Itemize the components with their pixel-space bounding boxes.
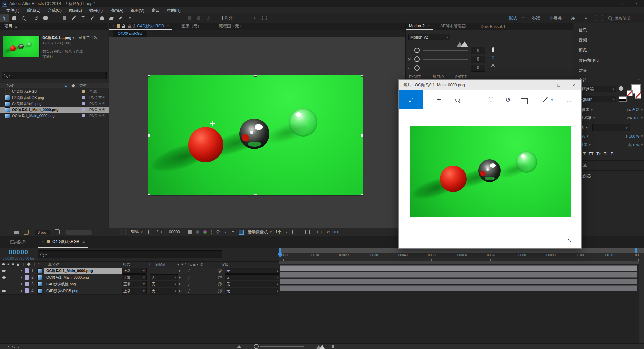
motion-preset-select[interactable]: Motion v2∨ [408,34,450,40]
all-caps-button[interactable]: TT [589,152,594,156]
camera-select[interactable]: 活动摄像机∨ [248,229,272,235]
layer-mode-select[interactable]: 正常∨ [122,288,147,294]
photos-close-button[interactable]: × [566,80,581,90]
layer-rasterize-switch[interactable]: / [188,288,190,294]
hand-tool[interactable] [10,14,18,22]
toggle-modes-icon[interactable] [8,345,13,348]
project-row[interactable]: C4D默认sRGB.png PNG 文件 [0,94,109,101]
parent-pickwhip-icon[interactable]: @ [218,268,222,273]
layer-trkmat-select[interactable]: 无∨ [150,274,178,280]
workspace-menu-icon[interactable]: ≡ [522,16,524,21]
project-row[interactable]: C4D默认sRGB 合成 [0,88,109,94]
photos-zoom-button[interactable] [449,90,466,109]
photos-maximize-button[interactable]: □ [551,80,566,90]
layer-name[interactable]: OC伽马0.1_Main_0000.png [44,268,125,274]
layer-label-color[interactable] [25,268,29,273]
grid-icon[interactable] [148,230,153,234]
layer-visibility-toggle[interactable] [2,270,6,272]
toggle-switches-icon[interactable] [2,345,6,348]
channels-icon[interactable] [203,230,207,234]
layer-name[interactable]: OC伽马1_Main_0000.png [44,274,125,281]
photos-title-bar[interactable]: 照片 - OC伽马0.1_Main_0000.png — □ × [399,80,581,90]
interpret-footage-icon[interactable] [3,230,9,234]
anchor-icon[interactable]: ⚓ [489,63,497,72]
number-column[interactable]: # [38,262,40,266]
motion-btn-sheet[interactable]: SHEET [455,75,466,79]
rotate-tool[interactable]: ↺ [32,14,40,22]
photos-image[interactable] [410,126,571,217]
selection-handle[interactable] [254,194,257,195]
lock-column-icon[interactable] [17,264,19,266]
roi-icon[interactable] [231,230,235,234]
parent-pickwhip-icon[interactable]: @ [218,275,222,280]
menu-layer[interactable]: 图层(L) [65,8,86,13]
close-button[interactable]: × [629,0,644,7]
layer-expand-icon[interactable] [21,276,22,279]
view-layout-select[interactable]: 1个..∨ [275,229,288,235]
slider-knob[interactable] [414,48,420,53]
menu-window[interactable]: 窗口 [148,8,163,13]
current-timecode[interactable]: 00000 [9,248,28,256]
menu-view[interactable]: 视图(V) [127,8,148,13]
tab-composition-active[interactable]: × 合成 C4D默认sRGB ≡ [109,23,172,30]
comp-viewer[interactable] [109,37,405,228]
label-color[interactable] [82,102,85,105]
slider-value-input[interactable]: 0 [471,56,485,63]
work-area-bar[interactable] [279,261,644,264]
menu-file[interactable]: 文件(F) [3,8,23,13]
photos-favorite-button[interactable]: ♡ [483,90,499,109]
layer-rasterize-switch[interactable]: / [188,268,190,273]
tag-column-icon[interactable] [71,84,75,87]
help-search-input[interactable]: 搜索帮助 [614,15,631,21]
slider-value-input[interactable]: 0 [471,47,485,54]
comp-panel-menu-icon[interactable]: ≡ [167,24,169,28]
slider-left-icon[interactable]: › [408,66,412,70]
viewer-target-tab[interactable]: C4D默认sRGB [113,30,147,37]
layer-duration-bar[interactable] [280,265,637,271]
photos-more-button[interactable]: … [561,90,577,109]
layer-trkmat-select[interactable]: 无∨ [150,281,178,287]
graph-icon[interactable]: ✦ [250,14,259,22]
menu-help[interactable]: 帮助(H) [163,8,185,13]
layer-quality-switch[interactable]: ♦ [179,268,181,273]
timeline-menu-icon[interactable]: ≡ [82,239,85,244]
project-preview-thumbnail[interactable] [3,36,40,57]
layer-parent-select[interactable]: 无∨ [225,281,280,287]
project-row-selected[interactable]: OC伽马0.1_Main_0000.png PNG 文件 [0,107,109,113]
superscript-button[interactable]: T¹ [604,152,608,156]
brush-tool[interactable] [88,14,97,22]
slider-knob[interactable] [414,56,420,62]
bit-depth[interactable]: 8 bpc [35,230,50,235]
layer-trkmat-select[interactable]: 无∨ [150,288,178,294]
puppet-pin-tool[interactable]: ✦ [126,14,134,22]
project-row[interactable]: OC伽马1_Main_0000.png PNG 文件 [0,113,109,119]
roto-brush-tool[interactable] [116,14,125,22]
project-row[interactable]: C4D默认线性.png PNG 文件 [0,101,109,107]
layer-quality-switch[interactable]: ♦ [179,275,181,280]
zoom-in-mountains-icon[interactable] [316,345,325,349]
layer-expand-icon[interactable] [21,289,22,292]
slider-left-icon[interactable]: ‹ [408,48,412,53]
layer-quality-switch[interactable]: ♦ [179,282,181,286]
panel-effects-presets[interactable]: 效果和预设 [579,57,599,63]
layer-parent-select[interactable]: 无∨ [225,288,280,294]
timeline-track-area[interactable]: 00000 00010 00020 00030 00040 00050 0006… [279,248,644,349]
horizontal-scale-select[interactable]: T100 %▾ [626,134,643,138]
zoom-out-mountain-icon[interactable] [237,345,242,348]
solo-column-icon[interactable] [12,263,14,265]
tab-ae-script-manager[interactable]: AE脚本管理器 [433,22,473,30]
empty-select[interactable]: ∨ [592,124,630,131]
layer-row-1[interactable]: 1 OC伽马0.1_Main_0000.png 正常∨ ♦ / @ 无∨ [0,267,279,274]
updown-arrows-icon[interactable]: ↕ [489,54,497,63]
bw-swatch[interactable] [619,96,627,102]
shape-tool[interactable] [60,14,69,22]
slider-value-input[interactable]: 0 [471,65,485,72]
workspace-default[interactable]: 默认 [509,15,517,21]
subscript-button[interactable]: T₁ [611,152,615,156]
maximize-button[interactable]: □ [614,0,629,7]
resolution-select[interactable]: (二分..∨ [211,229,226,235]
slider-knob[interactable] [414,65,420,71]
eraser-tool[interactable] [107,14,116,22]
layer-mode-select[interactable]: 正常∨ [122,274,147,280]
layer-label-color[interactable] [25,282,29,286]
